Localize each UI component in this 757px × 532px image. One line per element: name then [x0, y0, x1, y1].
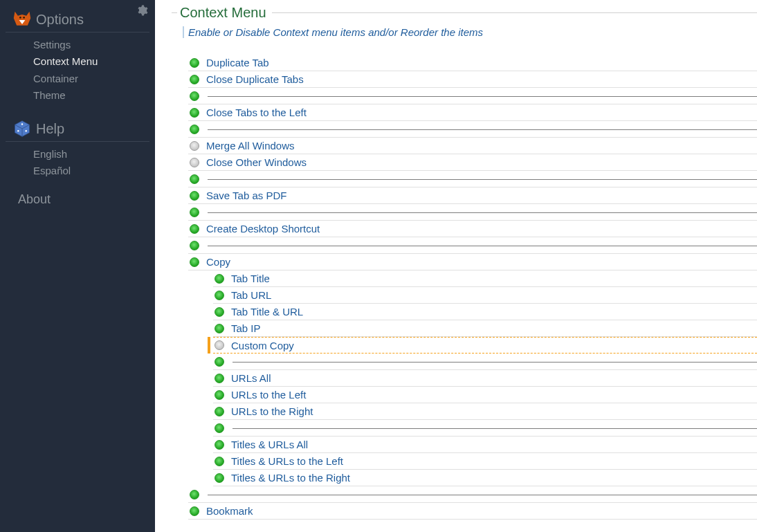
toggle-dot-icon[interactable]: [215, 307, 224, 317]
svg-point-0: [19, 17, 21, 19]
toggle-dot-icon[interactable]: [215, 473, 224, 483]
toggle-dot-icon[interactable]: [215, 274, 224, 284]
toggle-dot-icon[interactable]: [215, 357, 224, 367]
sidebar-item-context-menu[interactable]: Context Menu: [0, 53, 155, 70]
help-section-header: Help: [6, 113, 149, 142]
menu-item[interactable]: Titles & URLs to the Right: [213, 470, 757, 486]
menu-separator[interactable]: [188, 204, 757, 221]
menu-item[interactable]: Close Tabs to the Left: [188, 104, 757, 121]
sidebar: Options SettingsContext MenuContainerThe…: [0, 0, 155, 532]
gear-icon[interactable]: [136, 4, 148, 20]
menu-item[interactable]: Copy: [188, 254, 757, 270]
menu-item-label: Copy: [206, 256, 230, 268]
menu-item-label: Tab Title: [231, 273, 270, 284]
menu-item[interactable]: Create Desktop Shortcut: [188, 221, 757, 237]
menu-item-label: Custom Copy: [231, 340, 294, 351]
toggle-dot-icon[interactable]: [215, 407, 224, 416]
menu-item-list: Duplicate TabClose Duplicate TabsClose T…: [172, 55, 757, 520]
help-item-english[interactable]: English: [0, 146, 155, 163]
toggle-dot-icon[interactable]: [215, 291, 224, 300]
menu-item[interactable]: Tab Title: [213, 270, 757, 287]
help-title: Help: [36, 121, 64, 137]
toggle-dot-icon[interactable]: [215, 374, 224, 383]
main-content: Context Menu Enable or Disable Context m…: [155, 0, 757, 532]
menu-item[interactable]: Tab Title & URL: [213, 304, 757, 320]
menu-item[interactable]: Save Tab as PDF: [188, 187, 757, 204]
svg-point-4: [21, 123, 23, 125]
menu-separator[interactable]: [188, 237, 757, 254]
menu-item[interactable]: Close Other Windows: [188, 154, 757, 171]
menu-item-label: Tab IP: [231, 322, 261, 334]
toggle-dot-icon[interactable]: [190, 257, 199, 267]
menu-separator[interactable]: [213, 354, 757, 370]
menu-item[interactable]: URLs to the Right: [213, 403, 757, 420]
toggle-dot-icon[interactable]: [190, 91, 199, 101]
menu-item[interactable]: Duplicate Tab: [188, 55, 757, 71]
toggle-dot-icon[interactable]: [215, 324, 224, 333]
sidebar-item-theme[interactable]: Theme: [0, 87, 155, 104]
menu-separator[interactable]: [188, 171, 757, 187]
menu-item-label: Titles & URLs All: [231, 439, 308, 450]
menu-separator[interactable]: [188, 486, 757, 503]
svg-point-1: [23, 17, 25, 19]
toggle-dot-icon[interactable]: [190, 58, 199, 68]
menu-item[interactable]: Close Duplicate Tabs: [188, 71, 757, 88]
menu-item[interactable]: Tab IP: [213, 320, 757, 337]
menu-item-label: Merge All Windows: [206, 140, 295, 152]
menu-item-label: Bookmark: [206, 505, 253, 517]
sidebar-item-container[interactable]: Container: [0, 71, 155, 87]
menu-item-label: URLs to the Right: [231, 405, 313, 417]
menu-item-label: Duplicate Tab: [206, 57, 269, 68]
toggle-dot-icon[interactable]: [190, 174, 199, 184]
options-section-header: Options: [6, 4, 149, 33]
menu-item[interactable]: URLs to the Left: [213, 387, 757, 403]
menu-separator[interactable]: [188, 121, 757, 138]
toggle-dot-icon[interactable]: [190, 224, 199, 234]
menu-item[interactable]: Custom Copy: [213, 337, 757, 354]
help-item-español[interactable]: Español: [0, 163, 155, 179]
toggle-dot-icon[interactable]: [190, 141, 199, 151]
sidebar-item-settings[interactable]: Settings: [0, 37, 155, 53]
fox-icon: [12, 10, 32, 29]
menu-item-label: Tab Title & URL: [231, 306, 303, 318]
menu-item[interactable]: Merge All Windows: [188, 138, 757, 154]
toggle-dot-icon[interactable]: [215, 457, 224, 466]
menu-item-label: Create Desktop Shortcut: [206, 223, 320, 235]
nav-help: EnglishEspañol: [0, 146, 155, 180]
menu-item-label: Close Tabs to the Left: [206, 107, 307, 118]
menu-item-label: URLs to the Left: [231, 389, 306, 401]
menu-item[interactable]: Tab URL: [213, 287, 757, 304]
menu-separator[interactable]: [213, 420, 757, 437]
svg-point-6: [25, 130, 26, 131]
toggle-dot-icon[interactable]: [215, 390, 224, 400]
toggle-dot-icon[interactable]: [190, 191, 199, 201]
menu-item-label: Titles & URLs to the Right: [231, 472, 350, 484]
toggle-dot-icon[interactable]: [190, 125, 199, 134]
toggle-dot-icon[interactable]: [190, 241, 199, 250]
context-menu-fieldset: Context Menu Enable or Disable Context m…: [172, 12, 757, 520]
toggle-dot-icon[interactable]: [190, 75, 199, 84]
menu-item-label: Tab URL: [231, 289, 271, 301]
toggle-dot-icon[interactable]: [215, 340, 224, 350]
about-link[interactable]: About: [0, 180, 155, 207]
svg-point-5: [17, 130, 19, 131]
menu-item[interactable]: Titles & URLs All: [213, 437, 757, 453]
menu-item[interactable]: Titles & URLs to the Left: [213, 453, 757, 470]
menu-item[interactable]: URLs All: [213, 370, 757, 387]
menu-item-label: URLs All: [231, 372, 271, 384]
toggle-dot-icon[interactable]: [215, 423, 224, 433]
options-title: Options: [36, 12, 84, 28]
menu-item-label: Titles & URLs to the Left: [231, 455, 343, 467]
menu-item-label: Close Other Windows: [206, 156, 307, 168]
toggle-dot-icon[interactable]: [190, 108, 199, 118]
page-title: Context Menu: [177, 5, 272, 20]
toggle-dot-icon[interactable]: [190, 506, 199, 516]
toggle-dot-icon[interactable]: [215, 440, 224, 450]
toggle-dot-icon[interactable]: [190, 158, 199, 167]
toggle-dot-icon[interactable]: [190, 208, 199, 217]
menu-item[interactable]: Bookmark: [188, 503, 757, 520]
menu-separator[interactable]: [188, 88, 757, 104]
toggle-dot-icon[interactable]: [190, 490, 199, 499]
nav-options: SettingsContext MenuContainerTheme: [0, 37, 155, 104]
dice-icon: [12, 119, 32, 138]
